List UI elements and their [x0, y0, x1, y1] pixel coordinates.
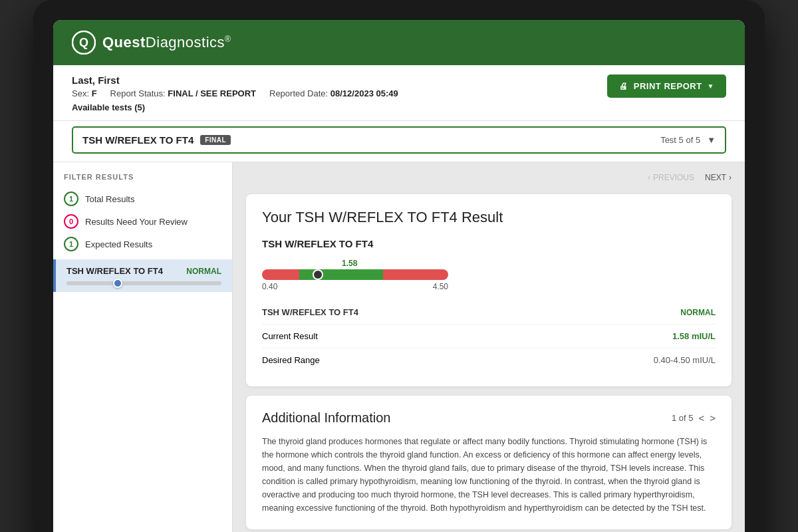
gauge-bar: [262, 269, 448, 280]
filter-needs-review[interactable]: 0 Results Need Your Review: [53, 210, 232, 233]
final-badge: FINAL: [200, 135, 231, 145]
info-card-header: Additional Information 1 of 5 < >: [262, 410, 716, 426]
current-result-value: 1.58 mIU/L: [672, 331, 716, 341]
report-status: Report Status: FINAL / SEE REPORT: [110, 88, 256, 98]
reported-date: Reported Date: 08/12/2023 05:49: [269, 88, 398, 98]
sidebar-test-item[interactable]: TSH W/REFLEX TO FT4 NORMAL: [53, 259, 232, 292]
desired-range-label: Desired Range: [262, 355, 320, 365]
gauge-bar-labels: 0.40 4.50: [262, 282, 448, 291]
gauge-track: [66, 281, 221, 285]
result-status-row: TSH W/REFLEX TO FT4 NORMAL: [262, 301, 716, 325]
test-position: Test 5 of 5: [660, 135, 700, 145]
current-result-row: Current Result 1.58 mIU/L: [262, 325, 716, 348]
patient-info: Last, First Sex: F Report Status: FINAL …: [72, 74, 398, 112]
expected-results-badge: 1: [64, 237, 78, 251]
available-tests: Available tests (5): [72, 102, 398, 112]
sidebar-gauge: [66, 281, 221, 285]
result-panel: ‹ PREVIOUS NEXT › Your TSH W/REFLEX TO F…: [233, 162, 745, 532]
result-card: Your TSH W/REFLEX TO FT4 Result TSH W/RE…: [246, 194, 732, 386]
expected-results-label: Expected Results: [85, 239, 152, 249]
logo-area: Q QuestDiagnostics®: [72, 31, 231, 55]
info-pagination: 1 of 5 < >: [672, 412, 716, 424]
dropdown-chevron-icon: ▼: [707, 135, 716, 145]
filter-title: FILTER RESULTS: [53, 173, 232, 188]
filter-total-results[interactable]: 1 Total Results: [53, 188, 232, 210]
device-frame: Q QuestDiagnostics® Last, First Sex: F R…: [33, 0, 765, 532]
additional-info-card: Additional Information 1 of 5 < > The th…: [246, 396, 732, 529]
logo-text: QuestDiagnostics®: [102, 34, 231, 51]
gauge-low-label: 0.40: [262, 282, 277, 291]
patient-details: Sex: F Report Status: FINAL / SEE REPORT…: [72, 88, 398, 98]
needs-review-badge: 0: [64, 214, 78, 229]
total-results-label: Total Results: [85, 194, 134, 204]
result-test-name: TSH W/REFLEX TO FT4: [262, 238, 716, 249]
previous-button[interactable]: ‹ PREVIOUS: [648, 173, 694, 182]
next-button[interactable]: NEXT ›: [705, 173, 732, 182]
gauge-bar-container: 1.58 0.40 4.50: [262, 259, 716, 291]
desired-range-value: 0.40-4.50 mIU/L: [654, 355, 716, 365]
test-dropdown[interactable]: TSH W/REFLEX TO FT4 FINAL Test 5 of 5 ▼: [72, 126, 726, 154]
info-text: The thyroid gland produces hormones that…: [262, 435, 716, 515]
pagination-next-button[interactable]: >: [710, 412, 716, 424]
status-value: NORMAL: [680, 308, 716, 317]
patient-bar: Last, First Sex: F Report Status: FINAL …: [53, 65, 745, 121]
test-dropdown-right: Test 5 of 5 ▼: [660, 135, 716, 145]
sex-label: Sex: F: [72, 88, 97, 98]
chevron-down-icon: ▼: [708, 82, 714, 90]
info-card-title: Additional Information: [262, 410, 390, 426]
pagination-text: 1 of 5: [672, 413, 694, 423]
next-arrow-icon: ›: [729, 173, 732, 182]
status-label: TSH W/REFLEX TO FT4: [262, 307, 358, 317]
current-result-label: Current Result: [262, 331, 318, 341]
main-content: FILTER RESULTS 1 Total Results 0 Results…: [53, 162, 745, 532]
test-name: TSH W/REFLEX TO FT4: [82, 134, 194, 146]
header: Q QuestDiagnostics®: [53, 20, 745, 65]
sidebar-test-name: TSH W/REFLEX TO FT4: [66, 266, 163, 276]
quest-logo-icon: Q: [72, 31, 96, 55]
printer-icon: 🖨: [619, 81, 628, 91]
prev-arrow-icon: ‹: [648, 173, 650, 182]
test-dropdown-left: TSH W/REFLEX TO FT4 FINAL: [82, 134, 231, 146]
screen: Q QuestDiagnostics® Last, First Sex: F R…: [53, 20, 745, 532]
result-card-title: Your TSH W/REFLEX TO FT4 Result: [262, 209, 716, 226]
gauge-dot: [113, 279, 122, 288]
desired-range-row: Desired Range 0.40-4.50 mIU/L: [262, 348, 716, 372]
gauge-needle: [314, 271, 322, 279]
print-report-button[interactable]: 🖨 PRINT REPORT ▼: [607, 74, 726, 98]
svg-text:Q: Q: [79, 36, 88, 49]
sidebar-test-status: NORMAL: [186, 267, 221, 276]
patient-name: Last, First: [72, 74, 398, 86]
pagination-prev-button[interactable]: <: [698, 412, 704, 424]
total-results-badge: 1: [64, 192, 78, 206]
filter-expected-results[interactable]: 1 Expected Results: [53, 233, 232, 255]
gauge-value-label: 1.58: [342, 259, 716, 268]
nav-arrows: ‹ PREVIOUS NEXT ›: [246, 173, 732, 185]
sidebar: FILTER RESULTS 1 Total Results 0 Results…: [53, 162, 233, 532]
gauge-high-label: 4.50: [433, 282, 448, 291]
test-selector-bar: TSH W/REFLEX TO FT4 FINAL Test 5 of 5 ▼: [53, 121, 745, 162]
needs-review-label: Results Need Your Review: [85, 217, 188, 227]
